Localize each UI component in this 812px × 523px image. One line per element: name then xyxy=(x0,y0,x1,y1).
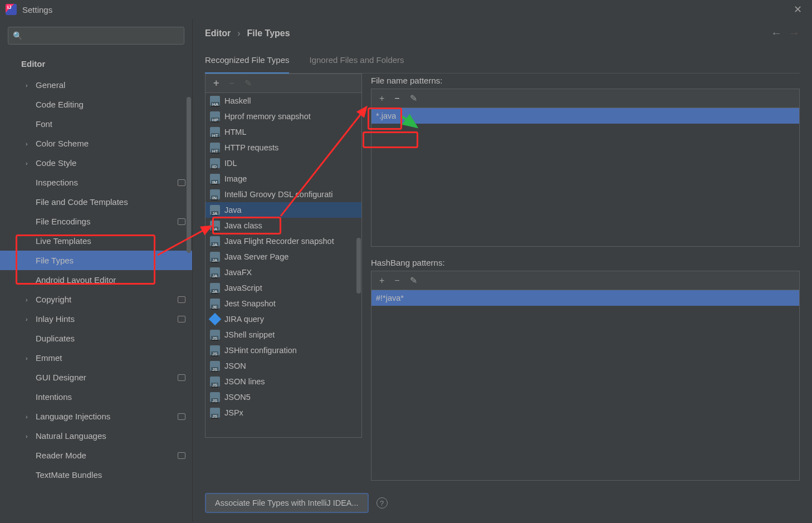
filetype-item[interactable]: Java Flight Recorder snapshot xyxy=(206,233,361,249)
filetype-label: JavaScript xyxy=(224,284,262,292)
sidebar-item[interactable]: Code Editing xyxy=(0,95,192,114)
tab-recognized[interactable]: Recognized File Types xyxy=(205,55,289,74)
filetype-item[interactable]: JSON5 xyxy=(206,389,361,405)
nav-back-button[interactable]: ← xyxy=(771,27,782,40)
chevron-right-icon: › xyxy=(26,316,32,322)
sidebar-item[interactable]: Font xyxy=(0,114,192,134)
sidebar-category: Editor xyxy=(0,55,192,75)
filetypes-scrollbar[interactable] xyxy=(356,238,361,294)
filetype-item[interactable]: Hprof memory snapshot xyxy=(206,109,361,124)
filetype-item[interactable]: JShell snippet xyxy=(206,327,361,343)
project-badge-icon xyxy=(178,218,185,225)
settings-sidebar: 🔍 Editor ›GeneralCode EditingFont›Color … xyxy=(0,19,193,522)
remove-pattern-button[interactable]: − xyxy=(394,94,399,104)
sidebar-item[interactable]: File Types xyxy=(0,251,192,270)
pattern-item[interactable]: *.java xyxy=(371,108,799,124)
sidebar-item[interactable]: Inspections xyxy=(0,173,192,192)
search-input[interactable]: 🔍 xyxy=(8,27,184,45)
add-hashbang-button[interactable]: + xyxy=(379,276,384,286)
filetype-label: JShell snippet xyxy=(224,330,275,339)
file-icon xyxy=(210,252,220,262)
filetype-item[interactable]: IDL xyxy=(206,155,361,171)
sidebar-item[interactable]: Live Templates xyxy=(0,231,192,251)
filetype-item[interactable]: JSON lines xyxy=(206,374,361,389)
filetype-item[interactable]: JIRA query xyxy=(206,311,361,327)
chevron-right-icon: › xyxy=(26,82,32,89)
filetypes-list[interactable]: HaskellHprof memory snapshotHTMLHTTP req… xyxy=(205,92,362,438)
chevron-right-icon: › xyxy=(26,160,32,167)
filetype-label: JSPx xyxy=(224,408,243,417)
sidebar-scrollbar[interactable] xyxy=(187,97,191,387)
filetype-item[interactable]: HTTP requests xyxy=(206,140,361,155)
filetype-label: JIRA query xyxy=(224,315,264,324)
sidebar-item-label: TextMate Bundles xyxy=(36,470,102,480)
sidebar-item[interactable]: ›Language Injections xyxy=(0,407,192,426)
help-icon[interactable]: ? xyxy=(376,497,388,509)
filetype-item[interactable]: Java xyxy=(206,202,361,218)
filetype-item[interactable]: Java Server Page xyxy=(206,249,361,265)
breadcrumb-leaf: File Types xyxy=(247,28,290,38)
sidebar-item[interactable]: Intentions xyxy=(0,387,192,407)
chevron-right-icon: › xyxy=(26,140,32,147)
chevron-right-icon: › xyxy=(26,355,32,361)
hashbang-list[interactable]: #!*java* xyxy=(371,290,800,481)
tab-ignored[interactable]: Ignored Files and Folders xyxy=(309,55,404,74)
sidebar-item-label: Code Editing xyxy=(36,100,84,109)
sidebar-item[interactable]: ›Code Style xyxy=(0,153,192,173)
remove-filetype-button: − xyxy=(229,79,234,89)
sidebar-item[interactable]: ›Color Scheme xyxy=(0,134,192,153)
filetype-item[interactable]: Image xyxy=(206,171,361,187)
filetype-label: Image xyxy=(224,174,247,183)
remove-hashbang-button[interactable]: − xyxy=(394,276,399,286)
chevron-right-icon: › xyxy=(26,433,32,439)
project-badge-icon xyxy=(178,296,185,303)
file-icon xyxy=(210,330,220,340)
associate-button[interactable]: Associate File Types with IntelliJ IDEA.… xyxy=(205,493,369,513)
patterns-list[interactable]: *.java xyxy=(371,107,800,247)
sidebar-item[interactable]: ›Emmet xyxy=(0,348,192,368)
sidebar-item-label: GUI Designer xyxy=(36,373,86,382)
filetype-item[interactable]: JSON xyxy=(206,358,361,374)
filetype-item[interactable]: JSPx xyxy=(206,405,361,421)
sidebar-item[interactable]: File and Code Templates xyxy=(0,192,192,212)
sidebar-item[interactable]: ›General xyxy=(0,75,192,95)
edit-hashbang-button[interactable]: ✎ xyxy=(410,275,417,286)
content-panel: Editor › File Types ← → Recognized File … xyxy=(193,19,812,522)
filetype-label: JSON xyxy=(224,361,246,370)
sidebar-item-label: Copyright xyxy=(36,295,71,304)
edit-pattern-button[interactable]: ✎ xyxy=(410,93,417,104)
add-filetype-button[interactable]: + xyxy=(213,77,219,89)
file-icon xyxy=(210,408,220,418)
close-icon[interactable]: ✕ xyxy=(789,3,806,16)
filetype-item[interactable]: Haskell xyxy=(206,93,361,109)
sidebar-item-label: Inspections xyxy=(36,178,78,187)
filetype-item[interactable]: IntelliJ Groovy DSL configurati xyxy=(206,187,361,202)
hashbang-item[interactable]: #!*java* xyxy=(371,290,799,306)
sidebar-item[interactable]: TextMate Bundles xyxy=(0,465,192,485)
breadcrumb-root: Editor xyxy=(205,28,231,38)
filetype-item[interactable]: JavaScript xyxy=(206,280,361,296)
sidebar-item[interactable]: GUI Designer xyxy=(0,368,192,387)
breadcrumb: Editor › File Types xyxy=(205,28,290,38)
filetype-item[interactable]: JavaFX xyxy=(206,265,361,280)
sidebar-item[interactable]: ›Inlay Hints xyxy=(0,309,192,329)
filetype-item[interactable]: Java class xyxy=(206,218,361,233)
project-badge-icon xyxy=(178,374,185,381)
sidebar-item[interactable]: ›Natural Languages xyxy=(0,426,192,446)
pattern-label: *.java xyxy=(376,111,396,120)
sidebar-item[interactable]: ›Copyright xyxy=(0,290,192,309)
add-pattern-button[interactable]: + xyxy=(379,94,384,104)
sidebar-item-label: Intentions xyxy=(36,392,72,402)
filetype-label: JSON5 xyxy=(224,393,251,402)
file-icon xyxy=(210,111,220,121)
filetype-item[interactable]: HTML xyxy=(206,124,361,140)
filetype-item[interactable]: JSHint configuration xyxy=(206,343,361,358)
filetype-item[interactable]: Jest Snapshot xyxy=(206,296,361,311)
file-icon xyxy=(210,143,220,153)
sidebar-item[interactable]: Android Layout Editor xyxy=(0,270,192,290)
sidebar-item[interactable]: File Encodings xyxy=(0,212,192,231)
sidebar-item[interactable]: Duplicates xyxy=(0,329,192,348)
sidebar-item[interactable]: Reader Mode xyxy=(0,446,192,465)
chevron-right-icon: › xyxy=(26,413,32,420)
hashbang-heading: HashBang patterns: xyxy=(371,258,800,267)
